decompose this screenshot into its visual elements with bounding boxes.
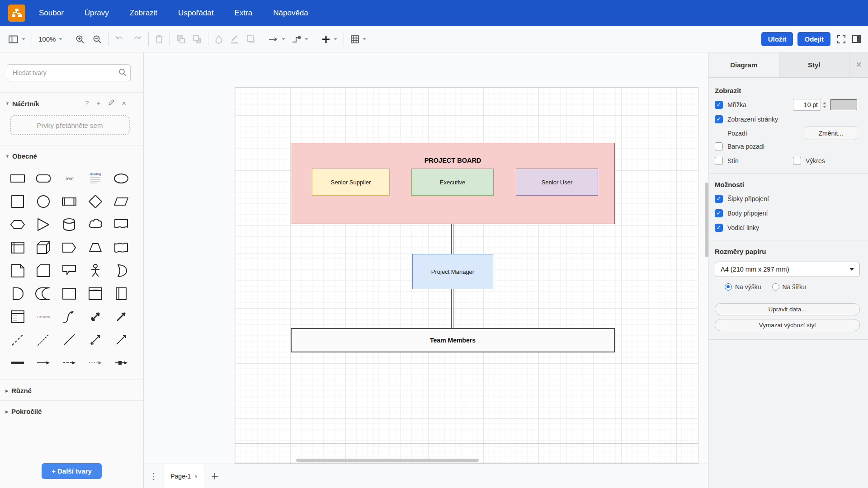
scratchpad-help-icon[interactable]: ? — [85, 99, 89, 108]
shape-ellipse-icon[interactable] — [108, 167, 134, 190]
pages-menu-icon[interactable]: ⋮ — [144, 464, 164, 488]
general-section-header[interactable]: ▼ Obecné — [0, 145, 143, 166]
zoom-out-button[interactable] — [91, 33, 103, 46]
scratchpad-dropzone[interactable]: Prvky přetáhněte sem — [10, 115, 130, 135]
redo-button[interactable] — [131, 33, 143, 45]
more-shapes-button[interactable]: + Další tvary — [42, 463, 102, 479]
line-color-button[interactable] — [229, 33, 241, 46]
view-toggle-button[interactable] — [7, 33, 27, 45]
shape-cylinder-icon[interactable] — [57, 213, 82, 236]
scratchpad-edit-icon[interactable] — [108, 99, 114, 108]
landscape-radio-item[interactable]: Na šířku — [772, 283, 806, 291]
fullscreen-icon[interactable] — [837, 35, 846, 44]
menu-extra[interactable]: Extra — [235, 9, 253, 18]
grid-size-stepper[interactable] — [823, 102, 826, 108]
add-page-button[interactable] — [204, 464, 225, 488]
shape-or-icon[interactable] — [108, 259, 134, 282]
shape-card-icon[interactable] — [30, 259, 56, 282]
exit-button[interactable]: Odejít — [797, 32, 830, 46]
shape-callout-icon[interactable] — [57, 259, 82, 282]
shape-team-members[interactable]: Team Members — [291, 328, 615, 352]
shape-actor-icon[interactable] — [82, 259, 108, 282]
scratchpad-add-icon[interactable]: + — [96, 99, 100, 108]
shape-dashed-edge-icon[interactable] — [57, 351, 82, 374]
shape-edge-arrow-icon[interactable] — [30, 351, 56, 374]
menu-zobrazit[interactable]: Zobrazit — [130, 9, 157, 18]
shape-line-icon[interactable] — [57, 328, 82, 351]
shape-senior-user[interactable]: Senior User — [516, 169, 598, 196]
paper-size-select[interactable]: A4 (210 mm x 297 mm) — [715, 262, 860, 277]
shape-hexagon-icon[interactable] — [5, 213, 30, 236]
shape-data-storage-icon[interactable] — [30, 282, 56, 305]
guides-checkbox[interactable] — [715, 224, 723, 232]
menu-soubor[interactable]: Soubor — [39, 9, 64, 18]
zoom-level-button[interactable]: 100% — [37, 33, 64, 45]
portrait-radio-item[interactable]: Na výšku — [725, 283, 761, 291]
shape-document-icon[interactable] — [108, 213, 134, 236]
table-button[interactable] — [349, 33, 368, 46]
misc-section-header[interactable]: ▶ Různé — [0, 380, 143, 400]
clear-default-style-button[interactable]: Vymazat výchozí styl — [715, 319, 860, 331]
sketch-checkbox[interactable] — [793, 157, 801, 165]
grid-color-swatch[interactable] — [830, 99, 857, 110]
to-front-button[interactable] — [175, 33, 187, 46]
portrait-radio[interactable] — [725, 283, 732, 291]
shape-dashed-line-icon[interactable] — [5, 328, 30, 351]
advanced-section-header[interactable]: ▶ Pokročilé — [0, 401, 143, 421]
shape-executive[interactable]: Executive — [411, 169, 494, 196]
scratchpad-close-icon[interactable]: × — [122, 99, 126, 108]
shape-rectangle-icon[interactable] — [5, 167, 30, 190]
close-panel-icon[interactable]: ✕ — [849, 52, 868, 77]
shape-text-icon[interactable]: Text — [57, 167, 82, 190]
shape-list-item-icon[interactable]: List Item — [30, 305, 56, 328]
edit-data-button[interactable]: Upravit data... — [715, 303, 860, 315]
menu-napoveda[interactable]: Nápověda — [273, 9, 308, 18]
connection-style-button[interactable] — [267, 34, 287, 44]
shape-connector-symbol-icon[interactable] — [108, 351, 134, 374]
grid-size-input[interactable] — [793, 99, 821, 111]
horizontal-scrollbar[interactable] — [296, 459, 479, 462]
shape-dotted-edge-icon[interactable] — [82, 351, 108, 374]
tab-styl[interactable]: Styl — [779, 52, 849, 77]
search-icon[interactable] — [118, 68, 127, 78]
zoom-in-button[interactable] — [74, 33, 86, 46]
canvas-area[interactable]: PROJECT BOARD Senior Supplier Executive … — [144, 52, 708, 464]
menu-upravy[interactable]: Úpravy — [85, 9, 109, 18]
bg-color-checkbox[interactable] — [715, 142, 723, 150]
shape-circle-icon[interactable] — [30, 190, 56, 213]
shape-parallelogram-icon[interactable] — [108, 190, 134, 213]
to-back-button[interactable] — [191, 33, 203, 46]
shape-textbox-icon[interactable]: Heading — [82, 167, 108, 190]
grid-checkbox[interactable] — [715, 101, 723, 109]
menu-usporadat[interactable]: Uspořádat — [178, 9, 213, 18]
shape-note-icon[interactable] — [5, 259, 30, 282]
shape-internal-storage-icon[interactable] — [5, 236, 30, 259]
shadow-button[interactable] — [245, 33, 257, 46]
drawing-page[interactable]: PROJECT BOARD Senior Supplier Executive … — [235, 87, 698, 464]
save-button[interactable]: Uložit — [761, 32, 793, 46]
shape-bidirectional-connector-icon[interactable] — [82, 328, 108, 351]
page-view-checkbox[interactable] — [715, 115, 723, 123]
shape-rounded-rectangle-icon[interactable] — [30, 167, 56, 190]
insert-button[interactable] — [320, 33, 339, 46]
shadow-checkbox[interactable] — [715, 157, 723, 165]
shape-trapezoid-icon[interactable] — [82, 236, 108, 259]
delete-button[interactable] — [154, 33, 165, 46]
page-tab[interactable]: Page-1 ∧ — [164, 464, 204, 488]
shape-and-icon[interactable] — [5, 282, 30, 305]
shape-step-icon[interactable] — [57, 236, 82, 259]
shape-process-icon[interactable] — [57, 190, 82, 213]
fill-color-button[interactable] — [213, 33, 224, 46]
shape-dotted-line-icon[interactable] — [30, 328, 56, 351]
search-shapes-input[interactable] — [7, 64, 131, 81]
shape-cube-icon[interactable] — [30, 236, 56, 259]
waypoints-button[interactable] — [290, 33, 310, 46]
connection-points-checkbox[interactable] — [715, 209, 723, 217]
shape-diamond-icon[interactable] — [82, 190, 108, 213]
shape-directional-connector-icon[interactable] — [108, 328, 134, 351]
shape-triangle-icon[interactable] — [30, 213, 56, 236]
shape-cloud-icon[interactable] — [82, 213, 108, 236]
shape-link-icon[interactable] — [5, 351, 30, 374]
undo-button[interactable] — [113, 33, 126, 45]
shape-container-icon[interactable] — [57, 282, 82, 305]
